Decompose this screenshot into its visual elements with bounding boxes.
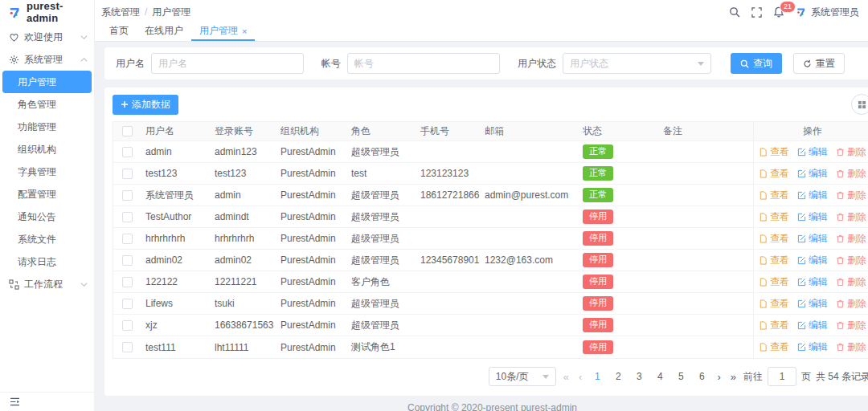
delete-button[interactable]: 删除: [836, 275, 866, 289]
view-button[interactable]: 查看: [759, 254, 789, 267]
edit-button[interactable]: 编辑: [797, 340, 828, 354]
view-button[interactable]: 查看: [759, 189, 789, 202]
cell-organization: PurestAdmin: [276, 342, 346, 353]
page-size-select[interactable]: 10条/页: [489, 367, 556, 386]
sidebar-item-organization[interactable]: 组织机构: [0, 138, 94, 161]
edit-button[interactable]: 编辑: [797, 167, 828, 181]
user-menu[interactable]: 系统管理员: [796, 6, 859, 19]
sidebar-group-workflow[interactable]: 工作流程: [0, 273, 94, 295]
view-button[interactable]: 查看: [759, 232, 789, 246]
sidebar-item-files[interactable]: 系统文件: [0, 228, 94, 250]
sidebar-group-label: 欢迎使用: [24, 31, 63, 44]
edit-button[interactable]: 编辑: [797, 189, 828, 202]
cell-organization: PurestAdmin: [276, 146, 346, 157]
sidebar-item-functions[interactable]: 功能管理: [0, 116, 94, 138]
query-button[interactable]: 查询: [731, 53, 782, 74]
row-checkbox[interactable]: [122, 342, 133, 352]
view-button[interactable]: 查看: [759, 297, 789, 311]
last-page-button[interactable]: »: [728, 371, 739, 383]
view-button[interactable]: 查看: [759, 340, 789, 354]
sidebar-group-system[interactable]: 系统管理: [0, 48, 94, 71]
view-button[interactable]: 查看: [759, 275, 789, 289]
view-button[interactable]: 查看: [759, 167, 789, 181]
row-checkbox[interactable]: [122, 147, 133, 157]
goto-page-input[interactable]: [768, 367, 796, 386]
sidebar-group-welcome[interactable]: 欢迎使用: [0, 26, 94, 48]
delete-button[interactable]: 删除: [836, 145, 866, 159]
next-page-button[interactable]: ›: [714, 371, 723, 383]
delete-button[interactable]: 删除: [836, 167, 866, 181]
close-icon[interactable]: ×: [242, 26, 247, 36]
row-checkbox[interactable]: [122, 255, 133, 266]
page-number[interactable]: 2: [610, 371, 626, 382]
delete-button[interactable]: 删除: [836, 189, 866, 202]
table-row: admin admin123 PurestAdmin 超级管理员 正常 查看 编…: [113, 141, 868, 163]
cell-username: hrhrhrhrh: [141, 233, 210, 244]
sidebar-item-notice[interactable]: 通知公告: [0, 206, 94, 228]
sidebar-item-roles[interactable]: 角色管理: [0, 93, 94, 116]
search-form: 用户名 帐号 用户状态 用户状态 查询 重置: [104, 47, 868, 79]
view-button[interactable]: 查看: [759, 319, 789, 332]
edit-button[interactable]: 编辑: [797, 210, 828, 224]
page-number[interactable]: 6: [694, 371, 710, 382]
delete-button[interactable]: 删除: [836, 232, 866, 246]
prev-page-button[interactable]: ‹: [576, 371, 584, 383]
edit-button[interactable]: 编辑: [797, 275, 828, 289]
sidebar-collapse-button[interactable]: [10, 397, 20, 406]
page-number[interactable]: 5: [673, 371, 689, 382]
delete-button[interactable]: 删除: [836, 210, 866, 224]
row-checkbox[interactable]: [122, 277, 133, 287]
sidebar-item-label: 功能管理: [18, 120, 56, 134]
header-remark: 备注: [658, 124, 753, 138]
username-input[interactable]: [151, 53, 304, 74]
edit-button[interactable]: 编辑: [797, 232, 828, 246]
sidebar-item-config[interactable]: 配置管理: [0, 183, 94, 206]
sidebar-item-label: 组织机构: [18, 143, 56, 157]
row-checkbox[interactable]: [122, 169, 133, 179]
sidebar-item-dictionary[interactable]: 字典管理: [0, 161, 94, 183]
search-icon[interactable]: [729, 6, 740, 18]
edit-button[interactable]: 编辑: [797, 297, 828, 311]
row-checkbox[interactable]: [122, 320, 133, 331]
account-input[interactable]: [347, 53, 500, 74]
edit-button[interactable]: 编辑: [797, 254, 828, 267]
notification-bell-icon[interactable]: 21: [773, 6, 784, 18]
row-checkbox[interactable]: [122, 190, 133, 201]
row-checkbox[interactable]: [122, 212, 133, 222]
tab-online-users[interactable]: 在线用户: [137, 24, 191, 41]
reset-button[interactable]: 重置: [793, 53, 845, 74]
page-number[interactable]: 1: [589, 371, 605, 382]
row-checkbox[interactable]: [122, 234, 133, 244]
status-select[interactable]: 用户状态: [563, 53, 711, 74]
view-button[interactable]: 查看: [759, 145, 789, 159]
delete-button[interactable]: 删除: [836, 340, 866, 354]
sidebar-item-users[interactable]: 用户管理: [2, 71, 92, 93]
edit-button[interactable]: 编辑: [797, 145, 828, 159]
tab-user-management[interactable]: 用户管理 ×: [191, 24, 255, 41]
cell-phone: 12345678901: [416, 254, 480, 266]
page-number[interactable]: 4: [652, 371, 668, 382]
row-checkbox[interactable]: [122, 299, 133, 309]
view-button[interactable]: 查看: [759, 210, 789, 224]
column-settings-button[interactable]: [851, 94, 868, 115]
tab-label: 在线用户: [145, 24, 183, 38]
cell-account: test123: [210, 168, 276, 179]
delete-button[interactable]: 删除: [836, 254, 866, 267]
edit-button-label: 编辑: [809, 145, 828, 159]
delete-button[interactable]: 删除: [836, 297, 866, 311]
sidebar-item-logs[interactable]: 请求日志: [0, 250, 94, 273]
add-data-button[interactable]: 添加数据: [113, 95, 178, 115]
status-badge: 停用: [583, 340, 613, 354]
first-page-button[interactable]: «: [561, 371, 571, 383]
plus-icon: [121, 100, 129, 108]
breadcrumb-item[interactable]: 系统管理: [101, 6, 140, 19]
select-all-checkbox[interactable]: [122, 126, 133, 136]
page-unit-label: 页: [801, 370, 811, 384]
fullscreen-icon[interactable]: [751, 7, 762, 18]
delete-button[interactable]: 删除: [836, 319, 866, 332]
delete-button-label: 删除: [847, 210, 866, 224]
username-field-label: 用户名: [116, 57, 145, 71]
tab-home[interactable]: 首页: [101, 24, 137, 41]
page-number[interactable]: 3: [631, 371, 647, 382]
edit-button[interactable]: 编辑: [797, 319, 828, 332]
